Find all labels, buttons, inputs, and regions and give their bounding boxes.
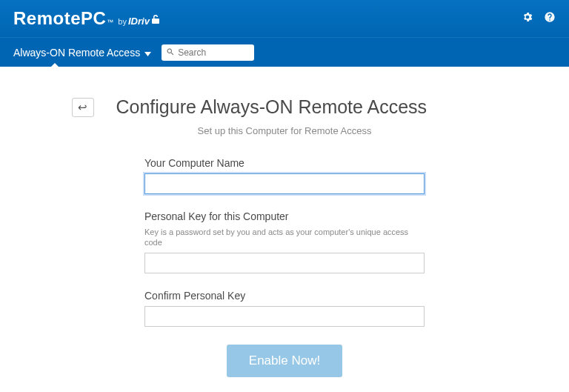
title-row: ↩ Configure Always-ON Remote Access — [72, 96, 498, 118]
field-computer-name: Your Computer Name — [144, 157, 425, 194]
search-input[interactable] — [178, 47, 244, 58]
logo-text: RemotePC — [13, 8, 106, 29]
help-icon[interactable] — [544, 11, 556, 26]
computer-name-label: Your Computer Name — [144, 157, 425, 169]
logo: RemotePC ™ by IDriv — [13, 8, 160, 29]
page-title: Configure Always-ON Remote Access — [116, 96, 427, 118]
computer-name-input[interactable] — [144, 173, 425, 194]
logo-by: by — [118, 17, 127, 26]
gear-icon[interactable] — [522, 11, 533, 26]
sub-header: Always-ON Remote Access — [0, 37, 569, 67]
search-box[interactable] — [162, 44, 254, 61]
enable-now-button[interactable]: Enable Now! — [227, 345, 342, 377]
personal-key-input[interactable] — [144, 253, 425, 273]
lock-icon — [151, 14, 160, 27]
field-confirm-key: Confirm Personal Key — [144, 290, 425, 327]
page-subtitle: Set up this Computer for Remote Access — [198, 125, 372, 136]
confirm-key-label: Confirm Personal Key — [144, 290, 425, 302]
nav-always-on[interactable]: Always-ON Remote Access — [13, 47, 151, 59]
app-header: RemotePC ™ by IDriv — [0, 0, 569, 37]
main-content: ↩ Configure Always-ON Remote Access Set … — [0, 67, 569, 377]
field-personal-key: Personal Key for this Computer Key is a … — [144, 210, 425, 273]
confirm-key-input[interactable] — [144, 306, 425, 327]
chevron-down-icon — [144, 47, 151, 59]
logo-tm: ™ — [107, 19, 113, 26]
logo-idrive: IDriv — [128, 16, 150, 27]
nav-label: Always-ON Remote Access — [13, 47, 140, 59]
personal-key-hint: Key is a password set by you and acts as… — [144, 227, 425, 248]
search-icon — [166, 46, 178, 59]
submit-row: Enable Now! — [144, 345, 425, 377]
configure-form: Your Computer Name Personal Key for this… — [144, 157, 425, 377]
personal-key-label: Personal Key for this Computer — [144, 210, 425, 222]
header-actions — [522, 11, 556, 26]
back-button[interactable]: ↩ — [72, 98, 94, 117]
